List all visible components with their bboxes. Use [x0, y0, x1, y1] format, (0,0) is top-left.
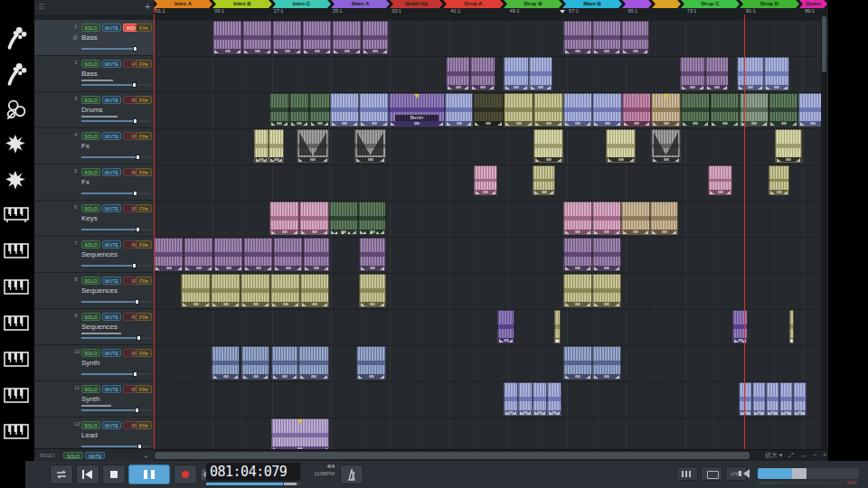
clip[interactable] — [356, 346, 386, 380]
keyboard-panel-button[interactable] — [676, 466, 698, 481]
clip[interactable] — [273, 238, 303, 271]
track-volume-slider[interactable] — [81, 301, 150, 303]
clip[interactable] — [299, 202, 329, 235]
solo-button[interactable]: SOLO — [81, 240, 100, 249]
master-volume-thumb[interactable] — [792, 468, 807, 479]
track-row-sequences-8[interactable]: 8SOLOMUTERECFX▾Sequences — [34, 273, 154, 309]
clip[interactable] — [330, 93, 359, 127]
volume-thumb[interactable] — [136, 155, 140, 160]
track-row-synth-10[interactable]: 10SOLOMUTERECFX▾Synth — [34, 345, 154, 381]
clip[interactable] — [592, 21, 621, 54]
track-row-sequences-7[interactable]: 7SOLOMUTERECFX▾Sequences — [34, 237, 154, 273]
clip[interactable] — [212, 346, 240, 380]
reset-mute-button[interactable]: MUTE — [85, 452, 105, 459]
clip[interactable] — [269, 93, 289, 127]
clip[interactable] — [769, 165, 789, 195]
solo-button[interactable]: SOLO — [81, 23, 100, 32]
track-volume-slider[interactable] — [81, 373, 150, 375]
marker-main-b[interactable]: Main B — [562, 0, 622, 8]
horizontal-scrollbar-thumb[interactable] — [155, 452, 750, 459]
mute-button[interactable]: MUTE — [102, 132, 121, 140]
mute-button[interactable]: MUTE — [102, 60, 121, 68]
solo-button[interactable]: SOLO — [81, 349, 100, 357]
return-to-start-button[interactable] — [76, 465, 99, 484]
clip[interactable] — [793, 382, 807, 416]
clip[interactable] — [211, 274, 241, 307]
zoom-in-button[interactable]: + — [823, 452, 826, 458]
volume-thumb[interactable] — [135, 408, 139, 413]
pause-button[interactable] — [128, 465, 170, 484]
track-volume-slider[interactable] — [81, 48, 150, 50]
fx-button[interactable]: FX▾ — [136, 349, 152, 357]
clip[interactable] — [309, 93, 330, 127]
clip[interactable] — [563, 202, 592, 235]
marker-drop-a[interactable]: Drop A — [443, 0, 504, 8]
clip[interactable] — [154, 238, 184, 271]
clip[interactable] — [272, 21, 302, 54]
track-name[interactable]: Lead — [81, 431, 98, 439]
clip[interactable] — [554, 310, 561, 343]
clip[interactable] — [775, 129, 802, 163]
clip[interactable] — [359, 274, 386, 307]
clip[interactable] — [705, 57, 729, 90]
track-row-synth-11[interactable]: 11SOLOMUTERECFX▾Synth — [34, 381, 154, 418]
fx-button[interactable]: FX▾ — [136, 421, 152, 429]
clip[interactable] — [504, 382, 518, 416]
song-progress-bar[interactable] — [206, 483, 300, 485]
fx-button[interactable]: FX▾ — [136, 60, 152, 68]
clip[interactable] — [359, 93, 389, 127]
solo-button[interactable]: SOLO — [81, 313, 100, 321]
solo-button[interactable]: SOLO — [81, 277, 100, 285]
clip[interactable] — [680, 57, 705, 90]
solo-button[interactable]: SOLO — [81, 168, 100, 176]
clip[interactable] — [470, 57, 495, 90]
clip[interactable] — [270, 274, 300, 307]
speaker-cone-icon[interactable] — [743, 469, 750, 478]
arrangement-area[interactable]: Intro AIntro BIntro CMain ABuild UpDrop … — [154, 0, 828, 461]
track-list-menu-icon[interactable]: ☰ — [38, 4, 44, 11]
mute-button[interactable]: MUTE — [102, 385, 121, 393]
clip[interactable] — [651, 93, 681, 127]
track-name[interactable]: Sequences — [81, 250, 118, 258]
clip[interactable] — [181, 274, 211, 307]
arrangement-grid[interactable]: Benirr▲▲▲▲▲▲ — [154, 14, 828, 450]
marker-drop-b[interactable]: Drop B — [504, 0, 562, 8]
hzoom-icon[interactable]: ↔ — [800, 452, 807, 458]
clip[interactable] — [710, 93, 740, 127]
fx-button[interactable]: FX▾ — [136, 385, 152, 393]
track-name[interactable]: Synth — [81, 395, 99, 403]
fx-button[interactable]: FX▾ — [136, 168, 152, 176]
clip[interactable] — [533, 129, 563, 163]
mute-button[interactable]: MUTE — [102, 277, 121, 285]
clip[interactable] — [269, 202, 299, 235]
solo-button[interactable]: SOLO — [81, 421, 100, 429]
clip[interactable] — [298, 346, 329, 380]
instrument-gear-icon[interactable]: ⚙ — [72, 34, 78, 42]
clip[interactable] — [504, 93, 533, 127]
track-volume-slider[interactable] — [81, 120, 150, 122]
master-volume-slider[interactable] — [758, 468, 859, 479]
fx-button[interactable]: FX▾ — [136, 277, 152, 285]
clip[interactable] — [303, 238, 330, 271]
track-row-fx-5[interactable]: 5SOLOMUTERECFX▾Fx — [34, 164, 154, 201]
clip[interactable] — [752, 382, 766, 416]
marker-drop-d[interactable]: Drop D — [740, 0, 799, 8]
loop-button[interactable] — [50, 465, 73, 484]
clip[interactable] — [769, 93, 798, 127]
marker-outro[interactable]: Outro — [799, 0, 827, 8]
clip[interactable] — [271, 418, 329, 450]
track-volume-slider[interactable] — [81, 337, 150, 339]
pads-panel-button[interactable] — [701, 466, 722, 481]
track-row-bass-2[interactable]: 2SOLOMUTERECFX▾Bass — [34, 56, 154, 92]
marker-intro-c[interactable]: Intro C — [272, 0, 331, 8]
clip[interactable] — [779, 382, 793, 416]
clip[interactable] — [269, 129, 284, 163]
track-row-bass-1[interactable]: 1SOLOMUTEMIDI RECFX▾⚙Bass — [34, 20, 154, 56]
mute-button[interactable]: MUTE — [102, 313, 121, 321]
clip[interactable] — [212, 21, 242, 54]
marker-section[interactable] — [652, 0, 681, 8]
track-volume-slider[interactable] — [81, 265, 150, 267]
section-marker-handle[interactable] — [560, 10, 565, 14]
track-name[interactable]: Drums — [81, 106, 103, 114]
clip[interactable] — [297, 129, 329, 163]
